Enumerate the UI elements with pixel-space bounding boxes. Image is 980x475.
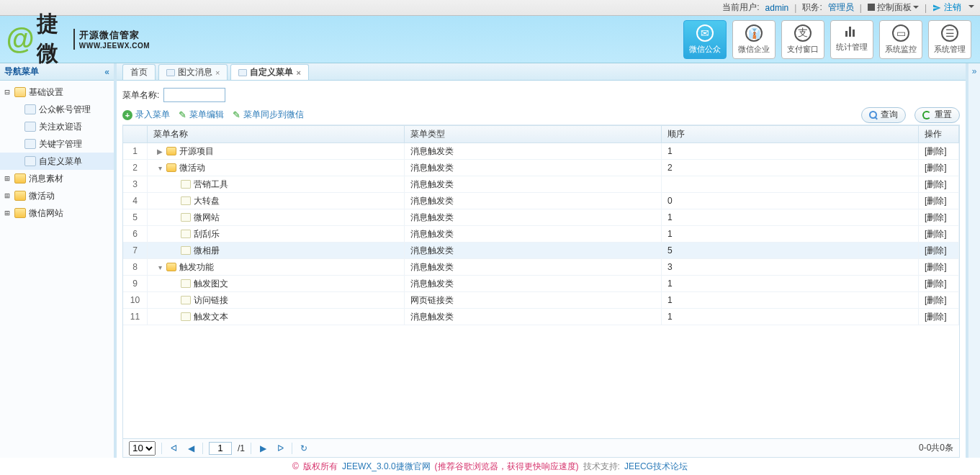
cell-rownum: 2 <box>123 160 148 176</box>
cell-type: 消息触发类 <box>405 143 662 159</box>
tree-toggle-icon[interactable]: ⊟ <box>3 87 12 97</box>
table-row[interactable]: 11触发文本消息触发类1[删除] <box>123 309 959 325</box>
sidebar-item[interactable]: ⊞微信网站 <box>0 204 114 222</box>
collapse-left-icon[interactable]: « <box>104 67 109 77</box>
sidebar-item[interactable]: 公众帐号管理 <box>0 101 114 118</box>
edit-menu-button[interactable]: ✎菜单编辑 <box>179 109 224 121</box>
current-role[interactable]: 管理员 <box>828 1 854 14</box>
pencil-icon: ✎ <box>179 109 186 120</box>
cell-type: 消息触发类 <box>405 309 662 325</box>
nav-pay-icon[interactable]: 支支付窗口 <box>781 20 824 59</box>
cell-type: 消息触发类 <box>405 160 662 176</box>
tree-toggle-icon[interactable]: ⊞ <box>3 191 12 201</box>
table-row[interactable]: 8▾触发功能消息触发类3[删除] <box>123 259 959 276</box>
table-row[interactable]: 7微相册消息触发类5[删除] <box>123 243 959 259</box>
tab[interactable]: 首页 <box>122 64 156 80</box>
nav-label: 系统监控 <box>885 44 917 55</box>
table-row[interactable]: 3营销工具消息触发类[删除] <box>123 176 959 193</box>
table-row[interactable]: 2▾微活动消息触发类2[删除] <box>123 160 959 176</box>
last-page-button[interactable]: ᐅ <box>274 443 286 453</box>
table-row[interactable]: 9触发图文消息触发类1[删除] <box>123 276 959 292</box>
col-name[interactable]: 菜单名称 <box>148 126 405 142</box>
cell-order: 5 <box>662 243 919 258</box>
reset-button[interactable]: 重置 <box>914 107 960 123</box>
delete-link[interactable]: [删除] <box>925 195 947 207</box>
product-link[interactable]: JEEWX_3.0.0捷微官网 <box>342 461 431 473</box>
page-info: 0-0共0条 <box>919 442 953 454</box>
delete-link[interactable]: [删除] <box>925 278 947 290</box>
refresh-button[interactable]: ↻ <box>298 443 310 453</box>
delete-link[interactable]: [删除] <box>925 212 947 224</box>
role-label: 职务: <box>802 1 822 14</box>
page-input[interactable] <box>209 442 232 455</box>
table-row[interactable]: 6刮刮乐消息触发类1[删除] <box>123 226 959 243</box>
sidebar-item[interactable]: ⊞消息素材 <box>0 170 114 187</box>
first-page-button[interactable]: ᐊ <box>168 443 179 453</box>
expand-icon[interactable]: ▾ <box>156 263 163 271</box>
reset-icon <box>922 111 931 119</box>
delete-link[interactable]: [删除] <box>925 178 947 191</box>
tree-toggle-icon[interactable]: ⊞ <box>3 173 12 184</box>
table-row[interactable]: 4大转盘消息触发类0[删除] <box>123 193 959 209</box>
support-link[interactable]: JEECG技术论坛 <box>624 461 688 473</box>
col-order[interactable]: 顺序 <box>662 126 919 142</box>
cell-rownum: 1 <box>123 143 148 159</box>
tree-label: 关注欢迎语 <box>39 121 82 133</box>
table-row[interactable]: 1▶开源项目消息触发类1[删除] <box>123 143 959 160</box>
table-row[interactable]: 5微网站消息触发类1[删除] <box>123 209 959 226</box>
current-user[interactable]: admin <box>765 3 789 13</box>
delete-link[interactable]: [删除] <box>925 311 947 323</box>
cell-op: [删除] <box>919 193 959 209</box>
sidebar-item[interactable]: 关注欢迎语 <box>0 118 114 135</box>
col-type[interactable]: 菜单类型 <box>405 126 662 142</box>
close-icon[interactable]: × <box>296 68 300 77</box>
cell-name: ▾触发功能 <box>148 259 405 275</box>
logo-icon: @ <box>6 23 34 55</box>
nav-settings-icon[interactable]: ☰系统管理 <box>928 20 971 59</box>
sidebar-item[interactable]: 关键字管理 <box>0 135 114 153</box>
expand-icon[interactable]: ▾ <box>156 164 163 172</box>
nav-stats-icon[interactable]: 统计管理 <box>830 20 873 59</box>
sidebar-item[interactable]: ⊞微活动 <box>0 187 114 204</box>
tree-label: 公众帐号管理 <box>39 104 91 116</box>
next-page-button[interactable]: ▶ <box>257 443 269 453</box>
add-menu-button[interactable]: +录入菜单 <box>122 109 170 121</box>
delete-link[interactable]: [删除] <box>925 261 947 273</box>
delete-link[interactable]: [删除] <box>925 294 947 307</box>
nav-wechat-icon[interactable]: ✉微信公众 <box>683 20 727 59</box>
tree-label: 关键字管理 <box>39 138 82 150</box>
page-icon <box>24 104 36 114</box>
table-row[interactable]: 10访问链接网页链接类1[删除] <box>123 292 959 309</box>
expand-icon[interactable]: ▶ <box>156 148 163 155</box>
sidebar-item[interactable]: ⊟基础设置 <box>0 83 114 101</box>
cell-name: 触发文本 <box>148 309 405 325</box>
cell-rownum: 3 <box>123 176 148 192</box>
delete-link[interactable]: [删除] <box>925 228 947 240</box>
tree-toggle-icon[interactable]: ⊞ <box>3 208 12 218</box>
tab[interactable]: 自定义菜单× <box>230 64 308 80</box>
logout-link[interactable]: 注销 <box>932 1 961 14</box>
close-icon[interactable]: × <box>215 68 220 77</box>
menu-name-input[interactable] <box>163 88 225 102</box>
grid-body: 1▶开源项目消息触发类1[删除]2▾微活动消息触发类2[删除]3营销工具消息触发… <box>123 143 959 438</box>
nav-enterprise-icon[interactable]: 👔微信企业 <box>732 20 776 59</box>
send-icon <box>932 4 941 12</box>
search-button[interactable]: 查询 <box>861 107 906 123</box>
cell-name: 大转盘 <box>148 193 405 209</box>
tab[interactable]: 图文消息× <box>158 64 228 80</box>
sidebar-item[interactable]: 自定义菜单 <box>0 153 114 170</box>
prev-page-button[interactable]: ◀ <box>185 443 197 453</box>
folder-icon <box>166 147 176 155</box>
sync-menu-button[interactable]: ✎菜单同步到微信 <box>233 109 304 121</box>
chevron-down-icon[interactable] <box>968 5 974 11</box>
collapse-right-icon[interactable]: » <box>968 63 980 458</box>
page-icon <box>238 69 247 76</box>
control-panel-link[interactable]: 控制面板 <box>868 1 919 14</box>
delete-link[interactable]: [删除] <box>925 245 947 257</box>
delete-link[interactable]: [删除] <box>925 162 947 174</box>
pencil-icon: ✎ <box>233 109 240 120</box>
nav-monitor-icon[interactable]: ▭系统监控 <box>879 20 922 59</box>
delete-link[interactable]: [删除] <box>925 145 947 158</box>
user-label: 当前用户: <box>722 1 759 14</box>
page-size-select[interactable]: 10 <box>129 441 156 456</box>
